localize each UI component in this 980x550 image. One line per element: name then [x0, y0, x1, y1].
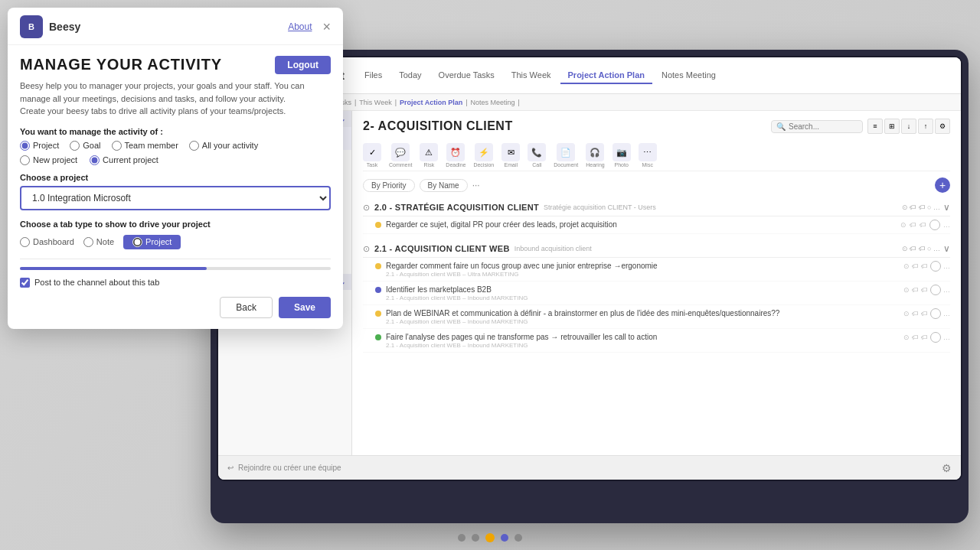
choose-project-label: Choose a project: [20, 173, 331, 182]
project-select[interactable]: 1.0 Integration Microsoft: [20, 186, 331, 210]
choose-tab-label: Choose a tab type to show to drive your …: [20, 220, 331, 229]
tab-dashboard[interactable]: Dashboard: [20, 237, 74, 247]
radio-all[interactable]: All your activity: [189, 141, 258, 151]
section-title-strategie: 2.0 - STRATÉGIE ACQUISITION CLIENT: [374, 203, 539, 212]
comment-icon[interactable]: 💬 Comment: [389, 143, 412, 168]
misc-icon[interactable]: ⋯ Misc: [639, 143, 657, 168]
add-task-btn[interactable]: +: [935, 177, 950, 193]
section-title-acq: 2.1 - ACQUISITION CLIENT WEB: [374, 244, 510, 253]
radio-group-sub: New project Current project: [20, 155, 331, 165]
section-subtitle-acq: Inbound acquisition client: [514, 245, 592, 252]
modal-description: Beesy help you to manager your projects,…: [20, 80, 331, 118]
pagination-dots: [458, 533, 522, 542]
search-icon: 🔍: [776, 122, 786, 131]
nav-notes[interactable]: Notes Meeting: [654, 67, 724, 84]
photo-icon[interactable]: 📷 Photo: [612, 143, 631, 168]
modal-card: B Beesy About × MANAGE YOUR ACTIVITY Log…: [8, 8, 343, 329]
action-icon-row: ✓ Task 💬 Comment ⚠ Risk ⏰: [363, 140, 950, 171]
radio-current-project[interactable]: Current project: [90, 155, 158, 165]
project-main-title: 2- ACQUISITION CLIENT: [363, 119, 513, 133]
rejoin-icon: ↩: [227, 464, 234, 472]
search-input[interactable]: [789, 122, 858, 131]
save-button[interactable]: Save: [279, 297, 331, 318]
nav-action-plan[interactable]: Project Action Plan: [560, 67, 652, 84]
post-channel-label: Post to the channel about this tab: [34, 278, 159, 287]
section-expand-icon[interactable]: ⊙: [363, 203, 370, 213]
task-sub-acq-4: 2.1 - Acquisition client WEB – Inbound M…: [386, 342, 899, 349]
email-icon[interactable]: ✉ Email: [501, 143, 520, 168]
section-collapse[interactable]: ∨: [943, 202, 950, 213]
back-button[interactable]: Back: [220, 297, 273, 318]
breadcrumb-week: This Week: [359, 99, 391, 106]
tab-note[interactable]: Note: [83, 237, 114, 247]
breadcrumb-notes: Notes Meeting: [471, 99, 515, 106]
logout-button[interactable]: Logout: [275, 56, 331, 74]
task-text-acq-2: Identifier les marketplaces B2B: [386, 285, 899, 295]
beesy-logo: B: [20, 15, 43, 38]
hearing-icon[interactable]: 🎧 Hearing: [586, 143, 605, 168]
view-icon-3[interactable]: ↓: [901, 119, 916, 134]
filter-by-priority[interactable]: By Priority: [363, 179, 415, 192]
task-text-acq-1: Regarder comment faire un focus group av…: [386, 261, 899, 271]
teams-nav: Files Today Overdue Tasks This Week Proj…: [357, 67, 952, 84]
task-row-acq-3: Plan de WEBINAR et communication à défin…: [363, 305, 950, 329]
close-icon[interactable]: ×: [322, 20, 331, 34]
view-icon-1[interactable]: ≡: [867, 119, 883, 134]
toolbar-icons: ≡ ⊞ ↓ ↑ ⚙: [867, 119, 950, 134]
task-row-acq-2: Identifier les marketplaces B2B 2.1 - Ac…: [363, 282, 950, 305]
radio-group-activity: Project Goal Team member All your activi…: [20, 141, 331, 151]
task-row-acq-4: Faire l'analyse des pages qui ne transfo…: [363, 329, 950, 353]
task-indicator-yellow: [375, 222, 381, 228]
task-sub-acq-2: 2.1 - Acquisition client WEB – Inbound M…: [386, 295, 899, 301]
progress-bar-fill: [20, 267, 207, 270]
call-icon[interactable]: 📞 Call: [528, 143, 546, 168]
risk-icon[interactable]: ⚠ Risk: [420, 143, 438, 168]
nav-this-week[interactable]: This Week: [504, 67, 559, 84]
task-icon[interactable]: ✓ Task: [363, 143, 381, 168]
dot-1[interactable]: [458, 534, 466, 542]
section-expand-icon-2[interactable]: ⊙: [363, 244, 370, 254]
task-bullet-3: [375, 311, 381, 317]
view-icon-2[interactable]: ⊞: [884, 119, 900, 134]
task-bullet-1: [375, 263, 381, 269]
nav-files[interactable]: Files: [357, 67, 390, 84]
decision-icon[interactable]: ⚡ Decision: [473, 143, 494, 168]
document-icon[interactable]: 📄 Document: [554, 143, 578, 168]
manage-label: You want to manage the activity of :: [20, 127, 331, 136]
settings-icon[interactable]: ⚙: [935, 119, 950, 134]
dot-4[interactable]: [501, 534, 508, 542]
section-strategie: ⊙ 2.0 - STRATÉGIE ACQUISITION CLIENT Str…: [363, 199, 950, 234]
deadline-icon[interactable]: ⏰ Deadlne: [446, 143, 466, 168]
post-channel-checkbox[interactable]: [20, 278, 30, 288]
about-link[interactable]: About: [288, 21, 312, 32]
dot-3[interactable]: [485, 533, 495, 542]
progress-bar-container: [20, 267, 331, 270]
section-acq-web: ⊙ 2.1 - ACQUISITION CLIENT WEB Inbound a…: [363, 240, 950, 353]
task-text-acq-4: Faire l'analyse des pages qui ne transfo…: [386, 332, 899, 342]
dot-2[interactable]: [472, 534, 479, 542]
nav-overdue[interactable]: Overdue Tasks: [431, 67, 502, 84]
section-collapse-2[interactable]: ∨: [943, 243, 950, 254]
search-container: 🔍: [771, 120, 863, 133]
nav-today[interactable]: Today: [391, 67, 429, 84]
settings-bottom-icon[interactable]: ⚙: [942, 462, 952, 474]
tab-project[interactable]: Project: [123, 235, 181, 249]
project-main: 2- ACQUISITION CLIENT 🔍 ≡ ⊞ ↓ ↑: [352, 111, 961, 455]
radio-project[interactable]: Project: [20, 141, 59, 151]
dot-5[interactable]: [514, 534, 522, 542]
radio-goal[interactable]: Goal: [70, 141, 100, 151]
task-sub-acq-1: 2.1 - Acquisition client WEB – Ultra MAR…: [386, 271, 899, 278]
task-bullet-4: [375, 334, 381, 340]
task-row-acq-1: Regarder comment faire un focus group av…: [363, 258, 950, 282]
filter-by-name[interactable]: By Name: [420, 179, 468, 192]
radio-new-project[interactable]: New project: [20, 155, 77, 165]
task-sub-acq-3: 2.1 - Acquisition client WEB – Inbound M…: [386, 318, 899, 325]
rejoin-label[interactable]: Rejoindre ou créer une équipe: [238, 464, 341, 472]
tab-radio-group: Dashboard Note Project: [20, 235, 331, 249]
task-row-strategie-1: Regarder ce sujet, digital PR pour créer…: [363, 216, 950, 234]
section-subtitle-strategie: Stratégie acquisition CLIENT - Users: [544, 203, 656, 211]
view-icon-4[interactable]: ↑: [918, 119, 933, 134]
task-bullet-2: [375, 287, 381, 293]
radio-team-member[interactable]: Team member: [112, 141, 178, 151]
modal-app-name: Beesy: [49, 21, 80, 33]
